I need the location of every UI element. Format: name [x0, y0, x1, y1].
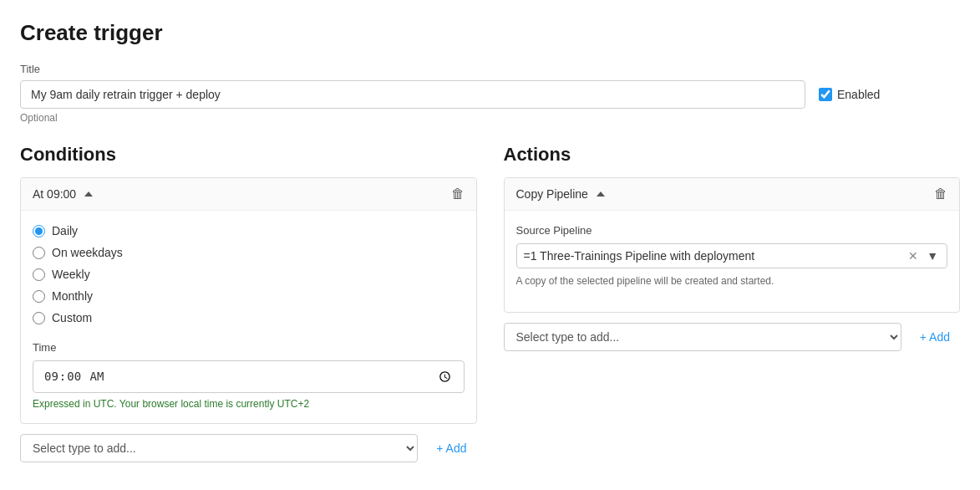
actions-add-button[interactable]: + Add: [910, 324, 960, 350]
enabled-checkbox[interactable]: [819, 88, 832, 101]
conditions-add-row: Select type to add... + Add: [20, 434, 477, 462]
actions-card: Copy Pipeline 🗑 Source Pipeline =1 Three…: [504, 177, 961, 313]
actions-column: Actions Copy Pipeline 🗑 Source Pipeline …: [504, 144, 961, 462]
pipeline-chevron-icon[interactable]: ▼: [925, 249, 940, 263]
radio-monthly[interactable]: Monthly: [33, 289, 465, 303]
actions-chevron-up-icon[interactable]: [597, 191, 605, 197]
source-pipeline-label: Source Pipeline: [516, 224, 948, 237]
pipeline-select-wrap[interactable]: =1 Three-Trainings Pipeline with deploym…: [516, 243, 948, 268]
main-columns: Conditions At 09:00 🗑 Daily On weekdays: [20, 144, 960, 462]
conditions-card-title: At 09:00: [33, 187, 93, 201]
conditions-add-button[interactable]: + Add: [426, 436, 476, 461]
conditions-card: At 09:00 🗑 Daily On weekdays Weekly: [20, 177, 477, 424]
actions-add-row: Select type to add... + Add: [504, 323, 961, 351]
enabled-label: Enabled: [837, 88, 880, 101]
conditions-card-header: At 09:00 🗑: [21, 178, 476, 211]
conditions-title: Conditions: [20, 144, 477, 166]
pipeline-select-value: =1 Three-Trainings Pipeline with deploym…: [524, 249, 902, 263]
time-input-wrap: [33, 360, 465, 393]
actions-card-header: Copy Pipeline 🗑: [505, 178, 960, 211]
optional-text: Optional: [20, 112, 960, 124]
conditions-chevron-up-icon[interactable]: [84, 191, 93, 197]
actions-card-title: Copy Pipeline: [516, 187, 605, 201]
pipeline-clear-icon[interactable]: ✕: [905, 249, 922, 263]
radio-weekdays[interactable]: On weekdays: [33, 246, 465, 259]
title-input[interactable]: [20, 80, 805, 109]
conditions-column: Conditions At 09:00 🗑 Daily On weekdays: [20, 144, 477, 462]
actions-card-body: Source Pipeline =1 Three-Trainings Pipel…: [505, 211, 960, 312]
utc-note: Expressed in UTC. Your browser local tim…: [33, 398, 465, 410]
conditions-delete-icon[interactable]: 🗑: [451, 186, 465, 202]
at-time-label: At 09:00: [33, 187, 76, 201]
copy-pipeline-label: Copy Pipeline: [516, 187, 588, 201]
radio-daily[interactable]: Daily: [33, 224, 465, 237]
frequency-radio-group: Daily On weekdays Weekly Monthly Custom: [33, 224, 465, 324]
actions-type-select[interactable]: Select type to add...: [504, 323, 901, 351]
time-field-label: Time: [33, 341, 465, 354]
actions-delete-icon[interactable]: 🗑: [934, 186, 947, 202]
time-input[interactable]: [33, 360, 465, 393]
title-label: Title: [20, 63, 960, 75]
conditions-type-select[interactable]: Select type to add...: [20, 434, 418, 462]
title-section: Title Enabled Optional: [20, 63, 960, 124]
actions-title: Actions: [504, 144, 961, 166]
radio-custom[interactable]: Custom: [33, 311, 465, 324]
pipeline-note: A copy of the selected pipeline will be …: [516, 275, 948, 287]
enabled-row: Enabled: [819, 88, 880, 101]
title-row: Enabled: [20, 80, 960, 109]
page-title: Create trigger: [20, 20, 960, 46]
radio-weekly[interactable]: Weekly: [33, 268, 465, 281]
conditions-card-body: Daily On weekdays Weekly Monthly Custom: [21, 211, 476, 423]
